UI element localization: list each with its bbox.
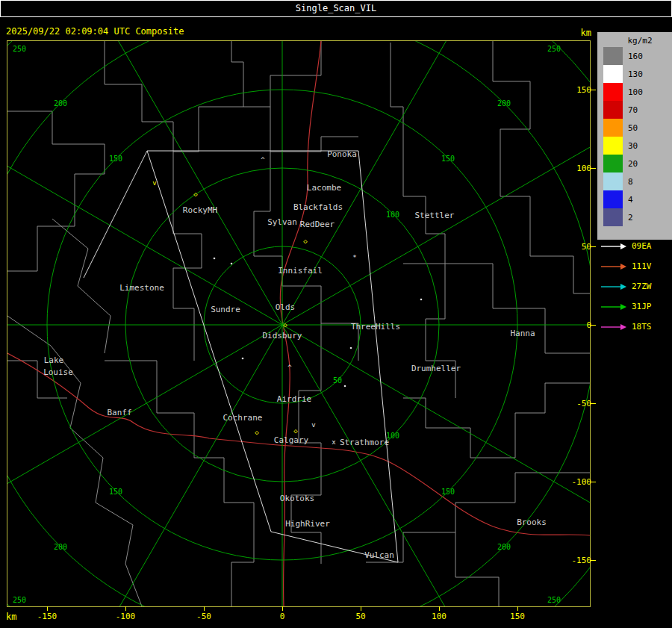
bottom-axis-label: -100 (109, 612, 142, 621)
diamond-marker: ◇ (255, 429, 259, 436)
colorbar-swatch (603, 101, 623, 119)
bottom-axis-label: -50 (187, 612, 220, 621)
range-ring-label: 200 (497, 543, 511, 551)
boundary-line (455, 532, 499, 606)
asterisk-marker: * (352, 254, 356, 261)
colorbar-value: 160 (628, 52, 643, 61)
boundary-line (403, 383, 590, 458)
city-label: Limestone (119, 283, 164, 293)
station-row: 09EA (597, 236, 672, 256)
diamond-marker: ◇ (193, 190, 198, 198)
range-ring-label: 50 (333, 376, 342, 385)
bottom-axis-label: 150 (501, 612, 534, 621)
colorbar-swatch (603, 47, 623, 65)
range-ring-label: 200 (54, 543, 67, 551)
city-label: Airdrie (277, 394, 311, 404)
colorbar-swatch (603, 190, 623, 208)
boundary-line (105, 361, 254, 606)
right-axis-tick (591, 325, 596, 326)
bottom-axis-label: -150 (31, 612, 63, 621)
station-id: 18TS (632, 322, 652, 332)
station-arrow-icon (600, 303, 627, 311)
dot-marker (350, 347, 352, 349)
range-ring-label: 150 (109, 488, 122, 496)
city-label: Sundre (211, 305, 240, 314)
bottom-axis-tick (282, 606, 283, 611)
right-axis-tick (591, 403, 596, 404)
radar-application-window: Single_Scan_VIL 2025/09/22 02:09:04 UTC … (0, 0, 672, 628)
city-label: Okotoks (280, 494, 314, 503)
city-label: Cochrane (223, 413, 263, 423)
range-ring-label: 250 (547, 45, 561, 53)
colorbar-value: 30 (628, 141, 638, 151)
bottom-axis-tick (439, 606, 440, 611)
colorbar-entry: 100 (597, 83, 672, 101)
city-label: Lake (44, 355, 64, 365)
range-ring-label: 200 (497, 99, 511, 108)
city-label: Innisfail (278, 266, 323, 276)
bottom-axis-tick (361, 606, 361, 611)
right-axis-label: 100 (560, 164, 591, 173)
colorbar-entry: 160 (597, 47, 672, 65)
station-arrow-icon (600, 263, 627, 270)
city-label: Calgary (274, 435, 309, 445)
range-ring-label: 250 (547, 596, 561, 604)
bottom-axis-tick (47, 606, 48, 611)
city-label: Didsbury (263, 331, 302, 341)
range-ring-label: 200 (54, 99, 67, 108)
bottom-axis-tick (204, 606, 205, 611)
right-axis-label: 150 (560, 85, 591, 95)
colorbar-value: 100 (628, 87, 643, 97)
right-axis-tick (591, 90, 596, 90)
range-ring-label: 250 (13, 45, 26, 53)
colorbar-entry: 30 (597, 137, 672, 155)
station-id: 27ZW (632, 282, 652, 291)
city-label: Stettler (415, 211, 455, 220)
colorbar-value: 2 (628, 213, 633, 223)
bottom-axis-label: 0 (266, 612, 299, 621)
station-row: 27ZW (597, 276, 672, 296)
caret-down-marker: v (152, 179, 156, 187)
colorbar-value: 8 (628, 177, 633, 187)
right-axis-label: -100 (560, 477, 591, 487)
city-labels: PonokaLacombeBlackfaldsSylvanRedDeerRock… (43, 149, 547, 560)
colorbar-entry: 70 (597, 101, 672, 119)
colorbar-swatch (603, 83, 623, 101)
city-label: Sylvan (267, 217, 297, 227)
bottom-axis-tick (125, 606, 126, 611)
city-label: Brooks (517, 517, 547, 527)
caret-down-marker: v (311, 421, 315, 429)
city-label: RockyMH (183, 205, 217, 215)
boundary-line (270, 107, 358, 152)
city-label: HighRiver (285, 519, 330, 529)
right-axis-tick (591, 168, 596, 169)
colorbar-value: 130 (628, 69, 643, 79)
radar-map-frame: 2502001501001502002505010015020025015020… (7, 40, 591, 607)
city-label: RedDeer (300, 220, 335, 229)
city-label: Hanna (510, 329, 535, 338)
right-axis-tick (591, 482, 596, 482)
radar-map[interactable]: 2502001501001502002505010015020025015020… (7, 41, 590, 606)
city-label: Louise (43, 367, 73, 377)
station-id: 111V (632, 261, 652, 271)
colorbar-unit-label: kg/m2 (597, 32, 672, 47)
boundary-line (52, 219, 111, 353)
station-id: 31JP (632, 302, 652, 311)
colorbar-swatch (603, 65, 623, 83)
boundary-line (105, 41, 173, 152)
bottom-axis-label: 100 (423, 612, 455, 621)
dot-marker (214, 258, 216, 260)
right-axis-label: 0 (560, 320, 591, 330)
range-ring-label: 150 (441, 488, 455, 496)
cross-marker: x (332, 438, 336, 446)
colorbar-entry: 50 (597, 119, 672, 137)
colorbar-entry: 2 (597, 208, 672, 226)
station-legend: 09EA111V27ZW31JP18TS (597, 236, 672, 337)
window-title-bar: Single_Scan_VIL (0, 0, 672, 17)
boundary-line (7, 111, 105, 271)
right-axis-label: -50 (560, 399, 591, 408)
colorbar-entries: 16013010070503020842 (597, 47, 672, 226)
colorbar-swatch (603, 137, 623, 155)
window-title: Single_Scan_VIL (296, 3, 376, 13)
station-arrow-icon (600, 283, 627, 290)
